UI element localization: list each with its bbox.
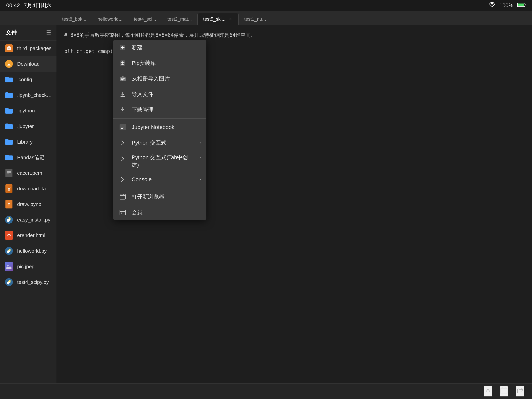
sidebar-item-label: helloworld.py <box>17 248 47 254</box>
svg-rect-37 <box>124 78 125 78</box>
status-left: 00:42 7月4日周六 <box>6 2 52 9</box>
download-mgr-icon <box>118 106 127 114</box>
sidebar-item-download[interactable]: Download <box>0 56 57 72</box>
sidebar-item-ipython[interactable]: .ipython <box>0 103 57 118</box>
tab-close-button[interactable]: ✕ <box>228 17 233 21</box>
menu-item-import-file[interactable]: 导入文件 <box>113 86 206 102</box>
tab-label: test1_nu... <box>244 16 266 22</box>
svg-rect-8 <box>6 169 13 177</box>
folder-icon <box>5 91 13 99</box>
tab-test1_nu[interactable]: test1_nu... <box>239 13 272 25</box>
menu-item-label: 导入文件 <box>132 90 201 98</box>
sidebar-item-label: download_tasks.sql <box>17 186 52 192</box>
tab-label: test2_mat... <box>167 16 192 22</box>
svg-rect-2 <box>518 4 524 6</box>
battery-percent: 100% <box>499 2 513 9</box>
camera-icon <box>118 74 127 83</box>
sidebar-item-config[interactable]: .config <box>0 72 57 87</box>
svg-point-20 <box>8 249 9 250</box>
sidebar-item-cacert[interactable]: cacert.pem <box>0 165 57 181</box>
delete-button[interactable] <box>500 386 508 396</box>
sidebar-item-test4_scipy[interactable]: test4_scipy.py <box>0 274 57 290</box>
sidebar-item-third_packages[interactable]: third_packages <box>0 40 57 56</box>
svg-rect-3 <box>525 4 526 6</box>
menu-item-label: Jupyter Notebook <box>132 124 201 130</box>
sidebar-item-library[interactable]: Library <box>0 134 57 150</box>
html-file-icon: <> <box>5 231 13 240</box>
sidebar-item-label: pic.jpeg <box>17 264 35 270</box>
import-icon <box>118 90 127 99</box>
download-icon <box>5 60 13 68</box>
sidebar-menu-button[interactable]: ☰ <box>46 29 51 36</box>
svg-point-0 <box>492 6 493 7</box>
tab-test8_bok[interactable]: test8_bok... <box>57 13 92 25</box>
sidebar-item-label: .ipynb_checkpoints <box>17 92 52 98</box>
py-file-icon <box>5 215 13 224</box>
sidebar-item-label: cacert.pem <box>17 170 42 176</box>
menu-item-label: 下载管理 <box>132 106 201 114</box>
menu-item-open-browser[interactable]: 打开新浏览器 <box>113 189 206 205</box>
sidebar-item-draw[interactable]: draw.ipynb <box>0 196 57 212</box>
code-content: # 8×8的手写数字缩略图，每个图片都是8×8=64像素，展开成特征矩阵是64维… <box>57 25 532 383</box>
menu-item-python-interactive[interactable]: Python 交互式 › <box>113 135 206 151</box>
menu-item-label: Python 交互式(Tab中创建) <box>132 154 195 168</box>
bottom-bar <box>0 383 532 399</box>
sidebar-item-pandas[interactable]: Pandas笔记 <box>0 150 57 165</box>
tab-label: helloworld... <box>98 16 122 22</box>
sidebar-item-label: test4_scipy.py <box>17 279 49 285</box>
menu-item-download-mgr[interactable]: 下载管理 <box>113 102 206 118</box>
svg-point-21 <box>9 252 10 253</box>
svg-rect-50 <box>121 212 122 213</box>
menu-item-membership[interactable]: 会员 <box>113 205 206 220</box>
folder-icon <box>5 106 13 115</box>
chevron-right-icon <box>118 175 127 184</box>
sidebar-item-label: .jupyter <box>17 123 34 129</box>
svg-point-25 <box>8 280 9 281</box>
tab-test5_skl[interactable]: test5_skl... ✕ <box>197 13 239 25</box>
date: 7月4日周六 <box>24 2 52 9</box>
arrow-right-icon: › <box>200 140 201 145</box>
scroll-up-button[interactable] <box>484 386 492 396</box>
sidebar-item-helloworld[interactable]: helloworld.py <box>0 243 57 259</box>
tab-test2_mat[interactable]: test2_mat... <box>162 13 197 25</box>
menu-item-label: Python 交互式 <box>132 139 195 147</box>
menu-item-label: Pip安装库 <box>132 59 201 67</box>
main-area: 文件 ☰ third_packages <box>0 25 532 383</box>
menu-item-pip[interactable]: Pip安装库 <box>113 55 206 71</box>
svg-point-18 <box>9 221 10 222</box>
svg-point-23 <box>7 265 9 266</box>
jupyter-icon <box>118 123 127 131</box>
arrow-right-icon: › <box>200 177 201 182</box>
sidebar-title: 文件 <box>6 29 17 37</box>
menu-item-new[interactable]: 新建 <box>113 40 206 55</box>
menu-item-jupyter-nb[interactable]: Jupyter Notebook <box>113 119 206 135</box>
chevron-right-icon <box>118 154 127 163</box>
sidebar-item-erender[interactable]: <> erender.html <box>0 228 57 243</box>
sidebar-item-label: .config <box>17 77 32 83</box>
sidebar-item-ipynb_checkpoints[interactable]: .ipynb_checkpoints <box>0 87 57 103</box>
svg-point-14 <box>8 204 10 206</box>
sidebar-header: 文件 ☰ <box>0 25 57 40</box>
sidebar-item-label: draw.ipynb <box>17 201 41 207</box>
pip-icon <box>118 59 127 67</box>
package-icon <box>5 44 13 53</box>
status-bar: 00:42 7月4日周六 100% <box>0 0 532 11</box>
menu-item-import-photo[interactable]: 从相册导入图片 <box>113 71 206 86</box>
menu-item-python-interactive-tab[interactable]: Python 交互式(Tab中创建) › <box>113 151 206 172</box>
py-file-icon <box>5 278 13 286</box>
folder-icon <box>5 122 13 130</box>
sidebar-item-easy_install[interactable]: easy_install.py <box>0 212 57 228</box>
browser-icon <box>118 193 127 201</box>
menu-item-console[interactable]: Console › <box>113 172 206 187</box>
tab-test4_sci[interactable]: test4_sci... <box>128 13 162 25</box>
menu-overlay[interactable]: 新建 Pip安装库 <box>57 25 532 383</box>
battery-icon <box>517 2 526 9</box>
menu-item-label: Console <box>132 176 195 183</box>
share-button[interactable] <box>516 386 524 396</box>
sidebar-item-label: Pandas笔记 <box>17 154 44 161</box>
pem-file-icon <box>5 169 13 177</box>
sidebar-item-jupyter[interactable]: .jupyter <box>0 118 57 134</box>
tab-helloworld[interactable]: helloworld... <box>92 13 128 25</box>
sidebar-item-pic[interactable]: pic.jpeg <box>0 259 57 274</box>
sidebar-item-download_tasks[interactable]: download_tasks.sql <box>0 181 57 196</box>
